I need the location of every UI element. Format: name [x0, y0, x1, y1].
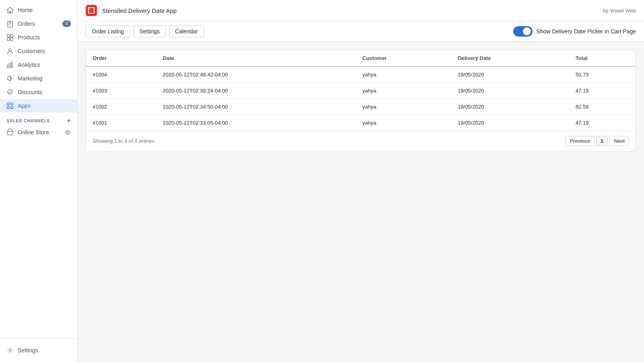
sidebar-label-orders: Orders — [18, 21, 35, 27]
sales-channels-label: SALES CHANNELS — [6, 118, 50, 123]
customer-cell: yahya — [356, 99, 451, 115]
sidebar-item-settings[interactable]: Settings — [0, 343, 77, 357]
toggle-container: Show Delivery Date Picker in Cart Page — [513, 26, 636, 37]
sidebar-label-settings: Settings — [18, 347, 38, 354]
toggle-label: Show Delivery Date Picker in Cart Page — [537, 28, 636, 35]
svg-rect-7 — [10, 38, 13, 40]
show-delivery-toggle[interactable] — [513, 26, 533, 37]
sidebar-nav: Home Orders 4 Products — [0, 0, 77, 338]
settings-icon — [6, 347, 14, 354]
svg-rect-0 — [8, 21, 13, 27]
order-cell: #1002 — [86, 99, 156, 115]
table-row[interactable]: #10042020-05-12T02:48:42-04:00yahya19/05… — [86, 66, 636, 83]
toggle-knob — [523, 27, 531, 35]
orders-icon — [6, 20, 14, 27]
sidebar-label-marketing: Marketing — [18, 75, 42, 82]
sidebar-item-products[interactable]: Products — [0, 31, 77, 44]
pagination-bar: Showing 1 to 4 of 4 entries Previous 1 N… — [86, 131, 636, 151]
sidebar-item-analytics[interactable]: Analytics — [0, 58, 77, 72]
sidebar-label-apps: Apps — [18, 103, 31, 109]
col-total: Total — [569, 50, 636, 66]
products-icon — [6, 34, 14, 41]
sidebar-item-discounts[interactable]: Discounts — [0, 85, 77, 99]
order-cell: #1004 — [86, 66, 156, 83]
sales-channels-section: SALES CHANNELS + — [0, 113, 77, 125]
table-card: Order Date Customer Delivery Date Total … — [86, 50, 636, 151]
table-row[interactable]: #10032020-05-12T02:39:24-04:00yahya19/05… — [86, 83, 636, 99]
date-cell: 2020-05-12T02:39:24-04:00 — [156, 83, 356, 99]
sidebar: Home Orders 4 Products — [0, 0, 78, 362]
col-order: Order — [86, 50, 156, 66]
sidebar-footer: Settings — [0, 338, 77, 362]
calendar-button[interactable]: Calendar — [169, 25, 204, 37]
app-header: Stensiled Delivery Date App by Vowel Web — [78, 0, 644, 21]
svg-rect-11 — [12, 62, 13, 68]
content-area: Order Date Customer Delivery Date Total … — [78, 42, 644, 362]
settings-button[interactable]: Settings — [133, 25, 166, 37]
customers-icon — [6, 47, 14, 55]
svg-rect-12 — [7, 103, 9, 105]
sidebar-label-customers: Customers — [18, 48, 45, 54]
svg-rect-15 — [11, 107, 13, 109]
svg-rect-6 — [7, 38, 10, 40]
total-cell: 50.73 — [569, 66, 636, 83]
sidebar-item-customers[interactable]: Customers — [0, 44, 77, 58]
delivery-date-cell: 19/05/2020 — [451, 115, 569, 131]
table-header-row: Order Date Customer Delivery Date Total — [86, 50, 636, 66]
svg-rect-4 — [7, 35, 10, 37]
customer-cell: yahya — [356, 66, 451, 83]
sidebar-item-home[interactable]: Home — [0, 3, 77, 17]
sidebar-label-online-store: Online Store — [18, 129, 49, 136]
table-row[interactable]: #10012020-05-12T02:33:05-04:00yahya19/05… — [86, 115, 636, 131]
sidebar-item-online-store[interactable]: Online Store — [0, 125, 77, 139]
customer-cell: yahya — [356, 115, 451, 131]
discounts-icon — [6, 88, 14, 96]
svg-point-16 — [67, 132, 69, 134]
previous-button[interactable]: Previous — [565, 136, 594, 146]
sidebar-item-orders[interactable]: Orders 4 — [0, 17, 77, 31]
delivery-date-cell: 19/05/2020 — [451, 66, 569, 83]
sidebar-label-products: Products — [18, 34, 40, 41]
pagination-controls: Previous 1 Next — [565, 136, 629, 146]
sidebar-item-apps[interactable]: Apps — [0, 99, 77, 113]
showing-text: Showing 1 to 4 of 4 entries — [93, 138, 155, 144]
app-title: Stensiled Delivery Date App — [102, 7, 177, 14]
analytics-icon — [6, 61, 14, 68]
customer-cell: yahya — [356, 83, 451, 99]
page-1-button[interactable]: 1 — [596, 136, 608, 146]
marketing-icon — [6, 75, 14, 82]
order-cell: #1001 — [86, 115, 156, 131]
table-row[interactable]: #10022020-05-12T02:34:50-04:00yahya18/05… — [86, 99, 636, 115]
col-customer: Customer — [356, 50, 451, 66]
svg-rect-9 — [7, 65, 8, 68]
total-cell: 47.19 — [569, 83, 636, 99]
date-cell: 2020-05-12T02:33:05-04:00 — [156, 115, 356, 131]
svg-rect-5 — [10, 35, 13, 37]
svg-rect-14 — [7, 107, 9, 109]
next-button[interactable]: Next — [609, 136, 629, 146]
main-content: Stensiled Delivery Date App by Vowel Web… — [78, 0, 644, 362]
sidebar-label-home: Home — [18, 7, 33, 13]
add-sales-channel-button[interactable]: + — [67, 117, 71, 124]
eye-icon[interactable] — [64, 129, 71, 136]
home-icon — [6, 6, 14, 14]
orders-table: Order Date Customer Delivery Date Total … — [86, 50, 636, 131]
table-body: #10042020-05-12T02:48:42-04:00yahya19/05… — [86, 66, 636, 131]
sidebar-item-marketing[interactable]: Marketing — [0, 72, 77, 85]
app-logo-inner — [88, 7, 95, 14]
orders-badge: 4 — [62, 21, 71, 27]
order-listing-button[interactable]: Order Listing — [86, 25, 130, 37]
delivery-date-cell: 19/05/2020 — [451, 83, 569, 99]
total-cell: 47.19 — [569, 115, 636, 131]
col-delivery-date: Delivery Date — [451, 50, 569, 66]
date-cell: 2020-05-12T02:34:50-04:00 — [156, 99, 356, 115]
svg-rect-10 — [9, 63, 10, 68]
date-cell: 2020-05-12T02:48:42-04:00 — [156, 66, 356, 83]
by-label: by Vowel Web — [603, 8, 636, 14]
svg-point-8 — [9, 49, 11, 51]
sidebar-label-analytics: Analytics — [18, 62, 40, 68]
online-store-icon — [6, 129, 14, 136]
sidebar-label-discounts: Discounts — [18, 89, 42, 95]
table-header: Order Date Customer Delivery Date Total — [86, 50, 636, 66]
total-cell: 82.59 — [569, 99, 636, 115]
